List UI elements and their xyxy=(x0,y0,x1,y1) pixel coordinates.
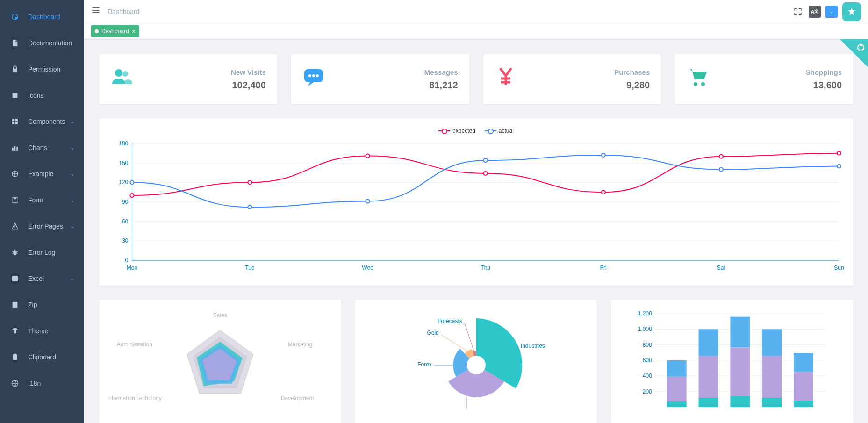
svg-text:Forecasts: Forecasts xyxy=(438,318,462,324)
svg-point-57 xyxy=(602,153,605,157)
svg-text:Marketing: Marketing xyxy=(288,341,313,348)
sidebar-item-documentation[interactable]: Documentation xyxy=(0,30,84,56)
pie-chart[interactable]: Industries Forex Gold Forecasts xyxy=(365,309,588,412)
close-icon[interactable]: × xyxy=(132,28,136,35)
fullscreen-icon[interactable] xyxy=(792,6,804,18)
svg-point-59 xyxy=(837,165,841,168)
sidebar-item-form[interactable]: Form ⌄ xyxy=(0,187,84,213)
svg-text:Industries: Industries xyxy=(520,343,545,349)
svg-point-15 xyxy=(115,69,122,77)
stat-card-visits[interactable]: New Visits 102,400 xyxy=(99,54,277,104)
svg-point-19 xyxy=(312,74,315,77)
language-button[interactable]: A文 xyxy=(809,6,821,18)
stat-value: 81,212 xyxy=(424,80,458,91)
github-corner[interactable] xyxy=(840,39,868,67)
svg-point-47 xyxy=(248,180,251,184)
breadcrumb: Dashboard xyxy=(108,8,140,15)
svg-rect-107 xyxy=(794,401,813,407)
stat-card-shoppings[interactable]: Shoppings 13,600 xyxy=(675,54,853,104)
sidebar-item-charts[interactable]: Charts ⌄ xyxy=(0,135,84,161)
svg-point-52 xyxy=(837,151,841,155)
svg-text:Gold: Gold xyxy=(427,330,438,336)
money-icon xyxy=(495,65,517,93)
svg-point-18 xyxy=(308,74,311,77)
avatar[interactable] xyxy=(842,2,861,21)
svg-text:150: 150 xyxy=(119,160,128,166)
line-chart[interactable]: 0306090120150180MonTueWedThuFriSatSun xyxy=(108,139,844,274)
sidebar-item-zip[interactable]: Zip xyxy=(0,292,84,318)
svg-point-50 xyxy=(602,190,605,194)
navbar: Dashboard A文 ⌄ xyxy=(84,0,868,23)
svg-rect-1 xyxy=(12,119,14,121)
svg-text:800: 800 xyxy=(643,342,652,348)
sidebar-item-label: Documentation xyxy=(28,39,72,47)
excel-icon xyxy=(9,275,21,282)
sidebar-item-error-pages[interactable]: Error Pages ⌄ xyxy=(0,213,84,239)
svg-text:Fri: Fri xyxy=(600,265,607,271)
sidebar-item-theme[interactable]: Theme xyxy=(0,318,84,344)
tab-dashboard[interactable]: Dashboard × xyxy=(91,25,139,37)
svg-text:0: 0 xyxy=(125,257,129,264)
svg-rect-100 xyxy=(731,347,750,396)
stat-label: Purchases xyxy=(614,68,650,76)
sidebar-item-label: Zip xyxy=(28,301,37,308)
sidebar-item-example[interactable]: Example ⌄ xyxy=(0,161,84,187)
radar-chart-panel: Sales Marketing Development Information … xyxy=(99,300,341,423)
svg-point-54 xyxy=(248,205,251,209)
sidebar-item-label: Components xyxy=(28,118,65,125)
svg-rect-102 xyxy=(762,329,782,356)
svg-rect-105 xyxy=(794,353,813,372)
svg-rect-3 xyxy=(12,122,14,124)
sidebar-item-excel[interactable]: Excel ⌄ xyxy=(0,265,84,292)
svg-point-51 xyxy=(719,155,723,158)
sidebar-item-dashboard[interactable]: Dashboard xyxy=(0,4,84,30)
legend-expected[interactable]: expected xyxy=(438,128,475,134)
sidebar-item-permission[interactable]: Permission xyxy=(0,56,84,82)
hamburger-icon[interactable] xyxy=(91,6,100,17)
bar-chart[interactable]: 2004006008001,0001,200 xyxy=(620,309,844,412)
svg-rect-11 xyxy=(13,302,18,308)
stat-value: 13,600 xyxy=(806,80,842,91)
svg-rect-93 xyxy=(667,360,687,376)
stat-card-purchases[interactable]: Purchases 9,280 xyxy=(483,54,661,104)
size-button[interactable]: ⌄ xyxy=(825,6,838,18)
svg-rect-99 xyxy=(731,317,750,348)
svg-text:Tue: Tue xyxy=(245,265,255,271)
zip-icon xyxy=(9,301,21,308)
svg-point-56 xyxy=(484,158,488,162)
stat-value: 102,400 xyxy=(231,80,266,91)
svg-rect-12 xyxy=(13,354,17,360)
stat-label: New Visits xyxy=(231,68,266,76)
svg-point-21 xyxy=(694,82,697,86)
sidebar-item-i18n[interactable]: I18n xyxy=(0,370,84,396)
svg-text:Thu: Thu xyxy=(481,265,490,271)
bug-icon xyxy=(9,249,21,256)
sidebar-item-error-log[interactable]: Error Log xyxy=(0,239,84,265)
svg-text:1,000: 1,000 xyxy=(638,326,652,332)
svg-point-20 xyxy=(316,74,319,77)
svg-rect-95 xyxy=(667,401,687,407)
svg-rect-0 xyxy=(13,93,18,98)
dashboard-icon xyxy=(9,13,21,21)
svg-rect-103 xyxy=(762,356,782,398)
sidebar-item-clipboard[interactable]: Clipboard xyxy=(0,344,84,370)
sidebar-item-label: Error Pages xyxy=(28,222,63,230)
chevron-down-icon: ⌄ xyxy=(70,144,75,151)
legend-actual[interactable]: actual xyxy=(485,128,514,134)
svg-rect-6 xyxy=(14,146,16,151)
svg-point-48 xyxy=(366,154,370,158)
svg-point-16 xyxy=(122,71,128,77)
svg-rect-4 xyxy=(15,122,18,124)
svg-text:Wed: Wed xyxy=(362,265,373,271)
chevron-down-icon: ⌄ xyxy=(70,118,75,125)
radar-chart[interactable]: Sales Marketing Development Information … xyxy=(108,309,332,412)
icons-icon xyxy=(9,92,21,99)
svg-point-49 xyxy=(484,172,488,175)
svg-text:Sat: Sat xyxy=(717,265,726,271)
svg-text:600: 600 xyxy=(643,357,652,364)
component-icon xyxy=(9,118,21,125)
stat-card-messages[interactable]: Messages 81,212 xyxy=(291,54,469,104)
sidebar-item-icons[interactable]: Icons xyxy=(0,82,84,108)
message-icon xyxy=(302,65,325,93)
sidebar-item-components[interactable]: Components ⌄ xyxy=(0,108,84,135)
